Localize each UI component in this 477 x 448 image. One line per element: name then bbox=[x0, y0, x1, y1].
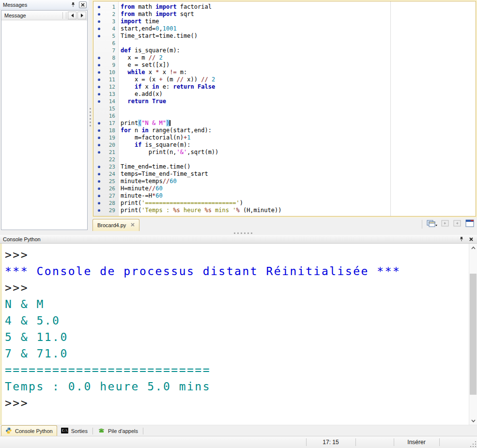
tab-sorties[interactable]: C:\ Sorties bbox=[57, 426, 92, 436]
code-line[interactable]: print("N & M") bbox=[119, 120, 476, 127]
gutter-row[interactable]: 25 bbox=[93, 178, 118, 185]
gutter-row[interactable]: 16 bbox=[93, 112, 118, 120]
detach-window-icon[interactable] bbox=[464, 219, 475, 230]
horizontal-splitter[interactable] bbox=[0, 231, 477, 235]
code-line[interactable]: return True bbox=[119, 98, 476, 105]
messages-panel: Messages Message bbox=[0, 0, 89, 231]
line-number: 21 bbox=[109, 149, 115, 156]
code-marker-dot bbox=[98, 173, 100, 175]
gutter-row[interactable]: 28 bbox=[93, 200, 118, 207]
next-editor-icon[interactable] bbox=[452, 219, 462, 230]
gutter-row[interactable]: 4 bbox=[93, 25, 118, 32]
gutter-row[interactable]: 7 bbox=[93, 47, 118, 54]
code-line[interactable]: print('==========================') bbox=[119, 200, 476, 207]
gutter-row[interactable]: 11 bbox=[93, 76, 118, 83]
code-line[interactable]: if is_square(m): bbox=[119, 141, 476, 149]
code-line[interactable]: x = m // 2 bbox=[119, 54, 476, 62]
console-scrollbar[interactable] bbox=[469, 244, 477, 425]
previous-editor-icon[interactable] bbox=[440, 219, 450, 230]
code-line[interactable]: H=minute//60 bbox=[119, 185, 476, 192]
code-line[interactable]: from math import factorial bbox=[119, 3, 476, 11]
gutter-row[interactable]: 22 bbox=[93, 156, 118, 163]
gutter-row[interactable]: 20 bbox=[93, 141, 118, 149]
gutter-row[interactable]: 17 bbox=[93, 120, 118, 127]
code-lines[interactable]: from math import factorialfrom math impo… bbox=[119, 3, 476, 214]
code-line[interactable]: e = set([x]) bbox=[119, 62, 476, 69]
scroll-up-icon[interactable] bbox=[469, 244, 477, 252]
code-line[interactable]: temps=Time_end-Time_start bbox=[119, 170, 476, 178]
code-marker-dot bbox=[98, 64, 100, 66]
tab-pile-appels[interactable]: Pile d'appels bbox=[94, 426, 142, 436]
resize-grip[interactable] bbox=[470, 441, 476, 447]
pin-icon[interactable] bbox=[69, 1, 77, 8]
code-line[interactable]: Time_end=time.time() bbox=[119, 163, 476, 170]
code-line[interactable]: print(n,'&',sqrt(m)) bbox=[119, 149, 476, 156]
code-line[interactable] bbox=[119, 112, 476, 120]
tab-console-python[interactable]: Console Python bbox=[1, 425, 57, 436]
line-number: 8 bbox=[112, 54, 115, 62]
gutter-row[interactable]: 21 bbox=[93, 149, 118, 156]
gutter-row[interactable]: 23 bbox=[93, 163, 118, 170]
gutter-row[interactable]: 1 bbox=[93, 3, 118, 11]
code-line[interactable]: print('Temps : %s heure %s mins '% (H,mi… bbox=[119, 207, 476, 214]
gutter-row[interactable]: 12 bbox=[93, 83, 118, 91]
code-line[interactable]: from math import sqrt bbox=[119, 11, 476, 18]
window-list-icon[interactable] bbox=[426, 219, 438, 230]
gutter-row[interactable]: 27 bbox=[93, 192, 118, 200]
code-line[interactable]: def is_square(m): bbox=[119, 47, 476, 54]
tab-brocard4[interactable]: Brocard4.py bbox=[92, 219, 139, 231]
line-number: 29 bbox=[109, 207, 115, 214]
vertical-splitter[interactable] bbox=[89, 0, 92, 231]
gutter-row[interactable]: 26 bbox=[93, 185, 118, 192]
console-line: >>> bbox=[5, 247, 400, 263]
code-line[interactable]: if x in e: return False bbox=[119, 83, 476, 91]
gutter-row[interactable]: 18 bbox=[93, 127, 118, 134]
close-icon[interactable] bbox=[79, 1, 87, 8]
scroll-right-button[interactable] bbox=[77, 12, 86, 19]
gutter-row[interactable]: 3 bbox=[93, 18, 118, 25]
code-line[interactable] bbox=[119, 105, 476, 112]
line-number: 24 bbox=[109, 170, 115, 178]
code-line[interactable] bbox=[119, 156, 476, 163]
code-line[interactable] bbox=[119, 40, 476, 47]
gutter-row[interactable]: 14 bbox=[93, 98, 118, 105]
code-line[interactable]: start,end=0,1001 bbox=[119, 25, 476, 32]
gutter-row[interactable]: 24 bbox=[93, 170, 118, 178]
code-line[interactable]: import time bbox=[119, 18, 476, 25]
line-number: 27 bbox=[109, 192, 115, 200]
gutter-row[interactable]: 15 bbox=[93, 105, 118, 112]
gutter-row[interactable]: 6 bbox=[93, 40, 118, 47]
code-marker-dot bbox=[98, 20, 100, 23]
gutter-row[interactable]: 9 bbox=[93, 62, 118, 69]
console-output[interactable]: >>>*** Console de processus distant Réin… bbox=[0, 244, 477, 425]
messages-titlebar[interactable]: Messages bbox=[0, 0, 89, 10]
scroll-left-button[interactable] bbox=[68, 12, 77, 19]
gutter-row[interactable]: 10 bbox=[93, 69, 118, 76]
code-marker-dot bbox=[98, 180, 100, 183]
gutter-row[interactable]: 13 bbox=[93, 91, 118, 98]
code-line[interactable]: minute=temps//60 bbox=[119, 178, 476, 185]
gutter-row[interactable]: 29 bbox=[93, 207, 118, 214]
code-line[interactable]: Time_start=time.time() bbox=[119, 32, 476, 40]
code-line[interactable]: e.add(x) bbox=[119, 91, 476, 98]
tab-close-icon[interactable] bbox=[131, 223, 135, 228]
code-line[interactable]: x = (x + (m // x)) // 2 bbox=[119, 76, 476, 83]
gutter-row[interactable]: 5 bbox=[93, 32, 118, 40]
gutter-row[interactable]: 8 bbox=[93, 54, 118, 62]
code-line[interactable]: m=factorial(n)+1 bbox=[119, 134, 476, 141]
gutter-row[interactable]: 19 bbox=[93, 134, 118, 141]
scroll-down-icon[interactable] bbox=[469, 417, 477, 425]
code-line[interactable]: while x * x != m: bbox=[119, 69, 476, 76]
message-column-header[interactable]: Message bbox=[1, 11, 87, 20]
line-number: 23 bbox=[109, 163, 115, 170]
close-icon[interactable] bbox=[467, 236, 475, 243]
code-marker-dot bbox=[98, 122, 100, 124]
scrollbar-thumb[interactable] bbox=[470, 274, 477, 395]
editor-gutter[interactable]: 1234567891011121314151617181920212223242… bbox=[93, 1, 119, 216]
console-titlebar[interactable]: Console Python bbox=[0, 235, 477, 244]
line-number: 12 bbox=[109, 83, 115, 91]
code-line[interactable]: minute-=H*60 bbox=[119, 192, 476, 200]
pin-icon[interactable] bbox=[458, 236, 465, 243]
gutter-row[interactable]: 2 bbox=[93, 11, 118, 18]
code-line[interactable]: for n in range(start,end): bbox=[119, 127, 476, 134]
